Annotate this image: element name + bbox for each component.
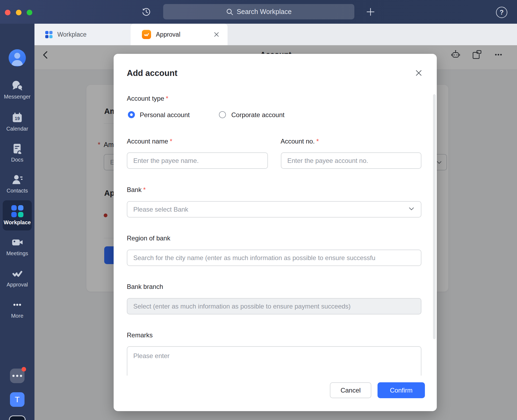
- required-asterisk: *: [316, 138, 319, 145]
- calendar-icon: 19: [11, 111, 23, 124]
- dialog-scrollbar[interactable]: [433, 94, 436, 339]
- sidebar-item-contacts[interactable]: Contacts: [0, 173, 34, 194]
- dialog-title: Add account: [127, 68, 177, 78]
- sidebar-item-messenger[interactable]: Messenger: [0, 79, 34, 100]
- tab-label: Approval: [156, 31, 180, 38]
- window-minimize-button[interactable]: [16, 10, 22, 15]
- remarks-label: Remarks: [127, 331, 153, 339]
- sidebar-item-label: Approval: [7, 282, 28, 288]
- approval-icon: [11, 267, 23, 280]
- tab-approval[interactable]: Approval: [131, 24, 228, 45]
- tab-strip: Workplace Approval: [34, 24, 517, 45]
- dialog-footer: Cancel Confirm: [114, 376, 437, 411]
- sidebar-item-meetings[interactable]: Meetings: [0, 236, 34, 257]
- sidebar: Messenger 19 Calendar: [0, 24, 34, 420]
- window-zoom-button[interactable]: [27, 10, 32, 15]
- bank-label: Bank*: [127, 186, 146, 194]
- title-bar: Search Workplace ?: [0, 0, 517, 24]
- close-dialog-icon[interactable]: [413, 67, 425, 79]
- more-apps-button[interactable]: [10, 369, 25, 383]
- account-name-input[interactable]: [127, 152, 268, 169]
- sidebar-item-workplace[interactable]: Workplace: [3, 200, 32, 230]
- region-of-bank-label: Region of bank: [127, 234, 170, 242]
- account-type-label: Account type*: [127, 95, 168, 102]
- messenger-icon: [11, 79, 23, 92]
- user-avatar[interactable]: [9, 49, 26, 66]
- approval-tab-icon: [142, 30, 151, 39]
- tenant-avatar-selected[interactable]: T: [9, 415, 26, 420]
- bank-select[interactable]: Please select Bank: [127, 201, 421, 218]
- close-tab-icon[interactable]: [213, 31, 220, 38]
- sidebar-item-label: Docs: [11, 157, 23, 163]
- sidebar-item-calendar[interactable]: 19 Calendar: [0, 111, 34, 132]
- confirm-button[interactable]: Confirm: [378, 382, 425, 398]
- chevron-down-icon: [408, 205, 415, 214]
- dialog-body: Add account Account type* Personal accou…: [114, 54, 437, 376]
- radio-corporate-label[interactable]: Corporate account: [231, 111, 284, 119]
- search-input[interactable]: Search Workplace: [163, 4, 354, 19]
- search-placeholder: Search Workplace: [237, 8, 292, 16]
- more-dots-icon: [11, 299, 23, 311]
- required-asterisk: *: [170, 138, 172, 145]
- workplace-tab-icon: [45, 31, 53, 38]
- docs-icon: [11, 142, 23, 155]
- radio-personal-account[interactable]: [128, 111, 135, 118]
- notification-badge: [22, 367, 26, 372]
- contacts-icon: [11, 173, 23, 186]
- required-asterisk: *: [166, 95, 168, 102]
- history-icon[interactable]: [141, 7, 151, 17]
- window-close-button[interactable]: [5, 10, 11, 15]
- radio-corporate-account[interactable]: [219, 111, 226, 118]
- sidebar-item-label: Messenger: [4, 94, 31, 100]
- radio-personal-label[interactable]: Personal account: [140, 111, 190, 119]
- add-account-dialog: Add account Account type* Personal accou…: [114, 54, 437, 411]
- sidebar-item-docs[interactable]: Docs: [0, 142, 34, 163]
- workplace-icon: [11, 205, 23, 217]
- app-window: Search Workplace ?: [0, 0, 517, 420]
- sidebar-item-label: Workplace: [4, 219, 31, 226]
- account-name-label: Account name*: [127, 138, 172, 145]
- sidebar-item-label: Calendar: [6, 126, 28, 132]
- new-tab-plus-icon[interactable]: [366, 7, 375, 17]
- search-icon: [226, 8, 233, 16]
- sidebar-item-label: Meetings: [6, 250, 28, 257]
- remarks-textarea[interactable]: [127, 346, 421, 376]
- bank-branch-input: [127, 298, 421, 314]
- sidebar-item-label: Contacts: [7, 188, 28, 194]
- bank-branch-label: Bank branch: [127, 283, 163, 290]
- tab-label: Workplace: [57, 31, 86, 38]
- svg-text:19: 19: [15, 116, 20, 121]
- workspace-avatar[interactable]: T: [10, 392, 25, 407]
- sidebar-item-more[interactable]: More: [0, 299, 34, 319]
- sidebar-item-label: More: [11, 313, 23, 319]
- region-of-bank-input[interactable]: [127, 250, 421, 266]
- cancel-button[interactable]: Cancel: [330, 382, 371, 398]
- help-icon[interactable]: ?: [496, 7, 507, 18]
- tab-workplace[interactable]: Workplace: [34, 24, 131, 45]
- required-asterisk: *: [143, 186, 146, 193]
- sidebar-item-approval[interactable]: Approval: [0, 267, 34, 288]
- account-no-label: Account no.*: [281, 138, 319, 145]
- video-camera-icon: [11, 236, 23, 248]
- account-no-input[interactable]: [281, 152, 421, 169]
